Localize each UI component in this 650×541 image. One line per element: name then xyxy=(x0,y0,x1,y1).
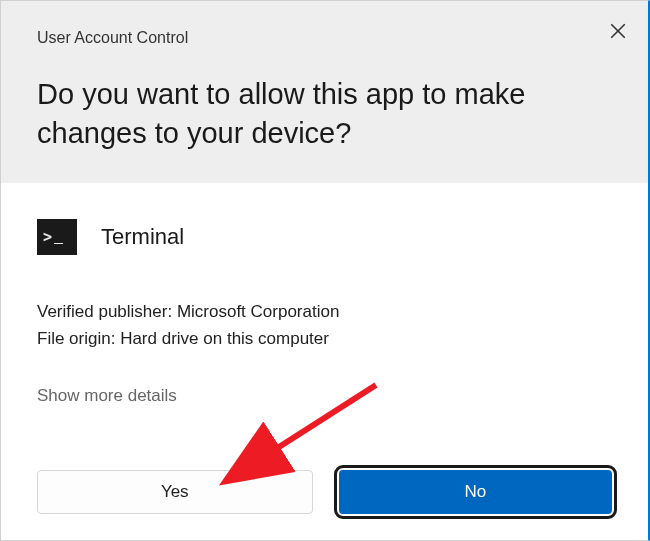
app-info-row: > Terminal xyxy=(37,219,612,255)
terminal-icon: > xyxy=(37,219,77,255)
uac-header: User Account Control Do you want to allo… xyxy=(1,1,648,183)
dialog-title-small: User Account Control xyxy=(37,29,612,47)
app-details: Verified publisher: Microsoft Corporatio… xyxy=(37,299,612,352)
no-button[interactable]: No xyxy=(339,470,613,514)
origin-label: File origin: xyxy=(37,329,120,348)
publisher-label: Verified publisher: xyxy=(37,302,177,321)
dialog-title-large: Do you want to allow this app to make ch… xyxy=(37,75,612,153)
close-icon xyxy=(609,22,627,40)
origin-value: Hard drive on this computer xyxy=(120,329,329,348)
show-more-details-link[interactable]: Show more details xyxy=(37,386,177,406)
publisher-value: Microsoft Corporation xyxy=(177,302,340,321)
button-row: Yes No xyxy=(37,470,612,514)
yes-button[interactable]: Yes xyxy=(37,470,313,514)
app-name: Terminal xyxy=(101,224,184,250)
close-button[interactable] xyxy=(606,19,630,43)
uac-content: > Terminal Verified publisher: Microsoft… xyxy=(1,183,648,426)
